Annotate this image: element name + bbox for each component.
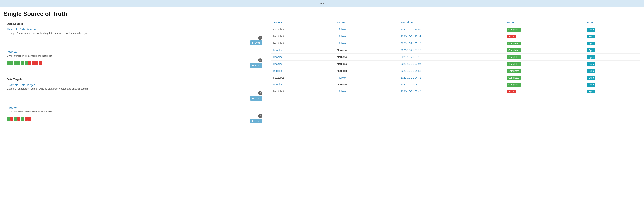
cell-start-time: 2021-10-21 04:35 (398, 74, 504, 81)
col-target: Target (335, 19, 398, 26)
start-time-link[interactable]: 2021-10-21 05:14 (400, 42, 421, 45)
bar (10, 117, 14, 121)
source-link[interactable]: Infoblox (273, 69, 282, 72)
cell-target: Nautobot (335, 47, 398, 54)
cell-source: Nautobot (271, 26, 335, 33)
cell-status: Completed (504, 40, 585, 47)
cell-status: Completed (504, 47, 585, 54)
list-item: Example Data Source Example "data source… (7, 28, 262, 48)
bar (32, 61, 34, 65)
type-badge: Sync (587, 90, 596, 93)
start-time-link[interactable]: 2021-10-21 04:35 (400, 76, 421, 79)
sync-label: Sync (255, 97, 260, 100)
cell-target: Nautobot (335, 81, 398, 88)
table-row: InfobloxNautobot2021-10-21 05:12Complete… (271, 54, 640, 60)
infoblox-source-actions: 19 Sync (250, 58, 262, 68)
cell-target: Infoblox (335, 74, 398, 81)
status-badge: Completed (506, 69, 521, 73)
bar (39, 61, 42, 65)
bar (35, 61, 38, 65)
example-target-sync-button[interactable]: Sync (250, 96, 262, 101)
infoblox-source-sync-button[interactable]: Sync (250, 63, 262, 68)
table-row: NautobotInfoblox2021-10-21 03:44FailedSy… (271, 88, 640, 95)
bar (21, 117, 24, 121)
cell-start-time: 2021-10-21 04:54 (398, 67, 504, 74)
cell-start-time: 2021-10-21 03:44 (398, 88, 504, 95)
cell-type: Sync (585, 60, 640, 67)
source-link[interactable]: Infoblox (273, 62, 282, 65)
cell-target: Infoblox (335, 26, 398, 33)
target-link[interactable]: Infoblox (337, 42, 346, 45)
left-panel: Data Sources Example Data Source Example… (4, 19, 271, 130)
cell-status: Completed (504, 26, 585, 33)
infoblox-target-sync-button[interactable]: Sync (250, 119, 262, 123)
cell-source: Infoblox (271, 67, 335, 74)
cell-type: Sync (585, 88, 640, 95)
target-link[interactable]: Infoblox (337, 76, 346, 79)
cell-target: Nautobot (335, 60, 398, 67)
status-badge: Completed (506, 55, 521, 59)
target-link[interactable]: Infoblox (337, 90, 346, 93)
top-bar: Local (0, 0, 644, 7)
infoblox-source-link[interactable]: Infoblox (7, 50, 17, 54)
status-badge: Failed (506, 90, 516, 93)
top-bar-label: Local (319, 2, 325, 5)
bar (7, 117, 10, 121)
cell-status: Completed (504, 81, 585, 88)
col-status: Status (504, 19, 585, 26)
source-link[interactable]: Infoblox (273, 49, 282, 52)
infoblox-target-link[interactable]: Infoblox (7, 106, 17, 109)
cell-target: Infoblox (335, 33, 398, 40)
cell-source: Infoblox (271, 60, 335, 67)
cell-source: Infoblox (271, 47, 335, 54)
cell-source: Infoblox (271, 81, 335, 88)
status-badge: Completed (506, 62, 521, 66)
type-badge: Sync (587, 83, 596, 87)
sync-label: Sync (255, 64, 260, 67)
start-time-link[interactable]: 2021-10-21 04:34 (400, 83, 421, 86)
start-time-link[interactable]: 2021-10-21 03:44 (400, 90, 421, 93)
example-target-actions: 0 Sync (250, 91, 262, 101)
example-source-sync-button[interactable]: Sync (250, 40, 262, 45)
cell-target: Nautobot (335, 67, 398, 74)
cell-target: Infoblox (335, 40, 398, 47)
cell-source: Infoblox (271, 54, 335, 60)
table-row: InfobloxNautobot2021-10-21 05:04Complete… (271, 60, 640, 67)
bar (14, 61, 17, 65)
start-time-link[interactable]: 2021-10-21 05:13 (400, 49, 421, 52)
source-link[interactable]: Infoblox (273, 83, 282, 86)
start-time-link[interactable]: 2021-10-21 13:31 (400, 35, 421, 38)
example-data-target-link[interactable]: Example Data Target (7, 83, 34, 87)
cell-type: Sync (585, 81, 640, 88)
infoblox-target-actions: 7 Sync (250, 114, 262, 123)
cell-start-time: 2021-10-21 04:34 (398, 81, 504, 88)
start-time-link[interactable]: 2021-10-21 05:04 (400, 62, 421, 65)
example-target-badge: 0 (258, 91, 262, 95)
target-link[interactable]: Infoblox (337, 35, 346, 38)
cell-target: Infoblox (335, 88, 398, 95)
cell-source: Nautobot (271, 33, 335, 40)
bar (18, 117, 20, 121)
bar (10, 61, 14, 65)
cell-start-time: 2021-10-21 05:14 (398, 40, 504, 47)
example-data-source-link[interactable]: Example Data Source (7, 28, 36, 31)
data-targets-title: Data Targets (7, 78, 262, 81)
start-time-link[interactable]: 2021-10-21 05:12 (400, 55, 421, 58)
cell-status: Failed (504, 33, 585, 40)
cell-status: Completed (504, 74, 585, 81)
type-badge: Sync (587, 55, 596, 59)
status-badge: Completed (506, 28, 521, 31)
source-link[interactable]: Infoblox (273, 55, 282, 58)
start-time-link[interactable]: 2021-10-21 13:59 (400, 28, 421, 31)
start-time-link[interactable]: 2021-10-21 04:54 (400, 69, 421, 72)
cell-status: Completed (504, 60, 585, 67)
infoblox-target-badge: 7 (258, 114, 262, 118)
cell-type: Sync (585, 74, 640, 81)
status-badge: Completed (506, 76, 521, 80)
data-targets-box: Data Targets Example Data Target Example… (4, 75, 266, 126)
infoblox-source-desc: Sync infomation from Infoblox to Nautobo… (7, 54, 262, 57)
right-panel: Source Target Start time Status Type Nau… (271, 19, 640, 130)
target-link[interactable]: Infoblox (337, 28, 346, 31)
cell-start-time: 2021-10-21 05:13 (398, 47, 504, 54)
cell-type: Sync (585, 40, 640, 47)
